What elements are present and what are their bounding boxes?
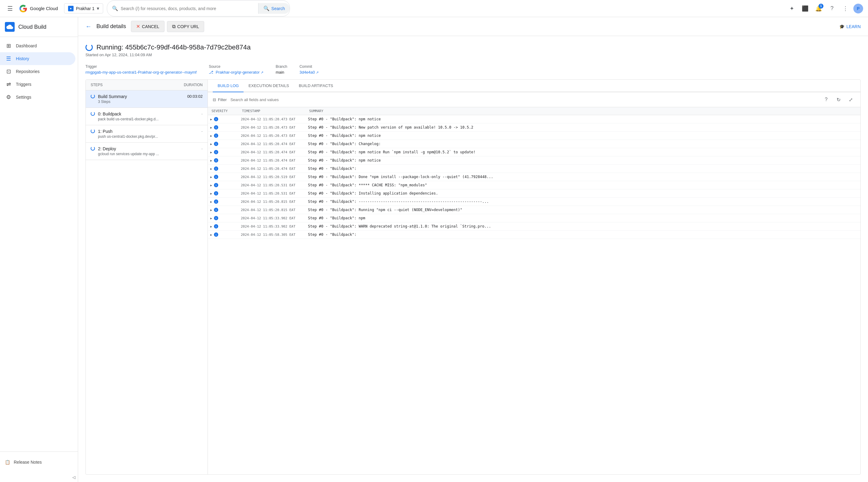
sidebar-item-label: History — [16, 56, 29, 61]
severity-info-icon: i — [214, 183, 218, 187]
help-toolbar-icon[interactable]: ? — [821, 95, 831, 105]
step-item[interactable]: 2: Deploy gcloud run services update my-… — [86, 143, 208, 160]
release-notes-item[interactable]: 📋 Release Notes — [5, 457, 73, 467]
severity-info-icon: i — [214, 216, 218, 220]
search-input[interactable] — [121, 6, 256, 11]
tab-build-log[interactable]: BUILD LOG — [213, 80, 244, 92]
log-timestamp-cell: 2024-04-12 11:05:20.473 EAT — [238, 133, 306, 138]
step-info: 0: Buildpack pack build us-central1-dock… — [98, 112, 198, 121]
log-row[interactable]: ▶ i 2024-04-12 11:05:20.473 EAT Step #0 … — [208, 115, 860, 123]
log-expand-icon[interactable]: ▶ — [210, 159, 212, 162]
cancel-icon: ✕ — [136, 24, 140, 29]
log-row[interactable]: ▶ i 2024-04-12 11:05:20.473 EAT Step #0 … — [208, 132, 860, 140]
log-row[interactable]: ▶ i 2024-04-12 11:05:20.815 EAT Step #0 … — [208, 198, 860, 206]
avatar[interactable]: P — [854, 4, 863, 13]
log-timestamp-cell: 2024-04-12 11:05:20.531 EAT — [238, 191, 306, 196]
log-expand-icon[interactable]: ▶ — [210, 126, 212, 129]
severity-info-icon: i — [214, 134, 218, 138]
notification-icon[interactable]: 🔔 1 — [813, 3, 824, 14]
log-expand-icon[interactable]: ▶ — [210, 142, 212, 146]
log-row[interactable]: ▶ i 2024-04-12 11:05:20.474 EAT Step #0 … — [208, 157, 860, 165]
copy-url-button[interactable]: ⧉ COPY URL — [167, 21, 204, 32]
log-row[interactable]: ▶ i 2024-04-12 11:05:20.474 EAT Step #0 … — [208, 148, 860, 157]
cancel-label: CANCEL — [142, 24, 159, 29]
log-expand-icon[interactable]: ▶ — [210, 167, 212, 170]
trigger-link[interactable]: rmgpgab-my-app-us-central1-Prakhar-org-q… — [86, 70, 196, 75]
log-summary-cell: Step #0 - "Buildpack": Running "npm ci -… — [306, 207, 860, 212]
log-expand-icon[interactable]: ▶ — [210, 175, 212, 179]
log-expand-icon[interactable]: ▶ — [210, 134, 212, 138]
back-button[interactable]: ← — [86, 23, 92, 30]
tab-build-artifacts[interactable]: BUILD ARTIFACTS — [294, 80, 338, 92]
commit-link[interactable]: 3d4e4a0 ↗ — [300, 70, 319, 75]
log-timestamp-cell: 2024-04-12 11:05:20.474 EAT — [238, 166, 306, 171]
log-summary-cell: Step #0 - "Buildpack": npm notice — [306, 158, 860, 163]
learn-button[interactable]: 🎓 LEARN — [839, 24, 861, 29]
severity-info-icon: i — [214, 142, 218, 146]
log-expand-icon[interactable]: ▶ — [210, 118, 212, 121]
log-expand-icon[interactable]: ▶ — [210, 225, 212, 228]
help-icon[interactable]: ? — [827, 3, 837, 14]
log-row[interactable]: ▶ i 2024-04-12 11:05:20.519 EAT Step #0 … — [208, 173, 860, 181]
project-selector[interactable]: ● Prakhar 1 ▾ — [64, 3, 103, 13]
sidebar-item-dashboard[interactable]: ⊞ Dashboard — [0, 39, 75, 52]
log-row[interactable]: ▶ i 2024-04-12 11:05:58.305 EAT Step #0 … — [208, 231, 860, 239]
sidebar-collapse-button[interactable]: ◁ — [0, 473, 78, 482]
log-severity-cell: ▶ i — [208, 174, 238, 179]
log-severity-cell: ▶ i — [208, 207, 238, 212]
log-row[interactable]: ▶ i 2024-04-12 11:05:20.473 EAT Step #0 … — [208, 123, 860, 132]
build-content: Running: 455b6c7c-99df-464b-958a-7d79c2b… — [78, 36, 868, 482]
log-timestamp-cell: 2024-04-12 11:05:20.474 EAT — [238, 158, 306, 163]
step-item[interactable]: Build Summary 3 Steps 00:03:02 — [86, 90, 208, 108]
step-item[interactable]: 1: Push push us-central1-docker.pkg.dev/… — [86, 125, 208, 143]
repositories-icon: ⊡ — [5, 68, 12, 75]
step-info: Build Summary 3 Steps — [98, 94, 184, 104]
commit-value: 3d4e4a0 — [300, 70, 315, 75]
google-cloud-logo: Google Cloud — [19, 4, 58, 13]
hamburger-icon[interactable]: ☰ — [5, 2, 15, 15]
log-search-input[interactable] — [230, 97, 818, 102]
step-item[interactable]: 0: Buildpack pack build us-central1-dock… — [86, 108, 208, 125]
log-row[interactable]: ▶ i 2024-04-12 11:05:33.902 EAT Step #0 … — [208, 222, 860, 231]
cloud-shell-icon[interactable]: ⬛ — [800, 3, 811, 14]
filter-button[interactable]: ⊟ Filter — [213, 97, 227, 102]
log-expand-icon[interactable]: ▶ — [210, 208, 212, 212]
log-row[interactable]: ▶ i 2024-04-12 11:05:33.902 EAT Step #0 … — [208, 214, 860, 222]
sidebar-item-settings[interactable]: ⚙ Settings — [0, 91, 75, 104]
log-row[interactable]: ▶ i 2024-04-12 11:05:20.531 EAT Step #0 … — [208, 189, 860, 198]
log-expand-icon[interactable]: ▶ — [210, 183, 212, 187]
search-button[interactable]: 🔍 Search — [258, 3, 290, 14]
log-expand-icon[interactable]: ▶ — [210, 150, 212, 154]
sidebar-item-triggers[interactable]: ⇌ Triggers — [0, 78, 75, 91]
log-severity-cell: ▶ i — [208, 116, 238, 122]
refresh-toolbar-icon[interactable]: ↻ — [834, 95, 843, 105]
log-row[interactable]: ▶ i 2024-04-12 11:05:20.815 EAT Step #0 … — [208, 206, 860, 214]
more-icon[interactable]: ⋮ — [840, 3, 851, 14]
source-link[interactable]: ⎇ Prakhar-org/qr-generator ↗ — [209, 70, 264, 75]
log-severity-cell: ▶ i — [208, 166, 238, 171]
log-expand-icon[interactable]: ▶ — [210, 217, 212, 220]
sidebar-item-history[interactable]: ☰ History — [0, 52, 75, 65]
sidebar-item-repositories[interactable]: ⊡ Repositories — [0, 65, 75, 78]
search-bar[interactable]: 🔍 🔍 Search — [107, 0, 290, 17]
log-summary-cell: Step #0 - "Buildpack": -----------------… — [306, 199, 860, 204]
meta-table: Trigger rmgpgab-my-app-us-central1-Prakh… — [86, 64, 861, 75]
log-row[interactable]: ▶ i 2024-04-12 11:05:20.531 EAT Step #0 … — [208, 181, 860, 189]
log-expand-icon[interactable]: ▶ — [210, 192, 212, 195]
tab-execution-details[interactable]: EXECUTION DETAILS — [244, 80, 294, 92]
cancel-button[interactable]: ✕ CANCEL — [131, 21, 164, 32]
log-row[interactable]: ▶ i 2024-04-12 11:05:20.474 EAT Step #0 … — [208, 165, 860, 173]
step-name: Build Summary — [98, 94, 184, 99]
log-expand-icon[interactable]: ▶ — [210, 233, 212, 236]
meta-branch: Branch main — [276, 64, 287, 75]
log-row[interactable]: ▶ i 2024-04-12 11:05:20.474 EAT Step #0 … — [208, 140, 860, 148]
project-icon: ● — [68, 6, 73, 11]
steps-header: Steps Duration — [86, 80, 208, 90]
cloud-build-icon — [6, 24, 13, 30]
steps-panel: Steps Duration Build Summary 3 Steps 00:… — [86, 80, 208, 474]
release-notes-icon: 📋 — [5, 460, 10, 464]
gemini-icon[interactable]: ✦ — [786, 3, 797, 14]
log-expand-icon[interactable]: ▶ — [210, 200, 212, 203]
log-timestamp-cell: 2024-04-12 11:05:33.902 EAT — [238, 224, 306, 229]
open-toolbar-icon[interactable]: ⤢ — [846, 95, 856, 105]
